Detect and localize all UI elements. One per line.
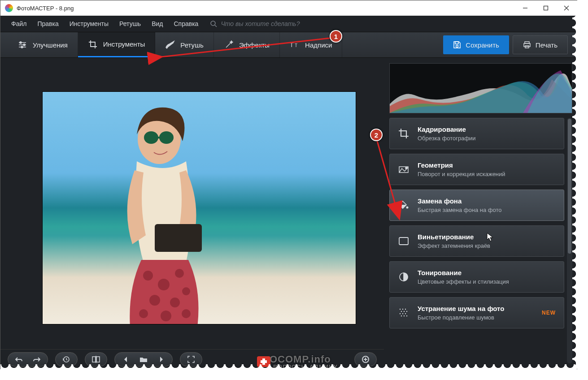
tool-list: Кадрирование Обрезка фотографии Геометри… (389, 118, 572, 363)
menu-tools[interactable]: Инструменты (65, 18, 113, 29)
content-area: Кадрирование Обрезка фотографии Геометри… (0, 58, 577, 369)
menubar: Файл Правка Инструменты Ретушь Вид Справ… (0, 16, 577, 32)
svg-line-5 (215, 25, 217, 27)
svg-point-4 (211, 21, 215, 26)
titlebar: ФотоМАСТЕР - 8.png (0, 0, 577, 16)
svg-rect-1 (544, 6, 548, 10)
tool-denoise[interactable]: Устранение шума на фото Быстрое подавлен… (389, 297, 564, 328)
tool-crop-title: Кадрирование (418, 125, 556, 133)
svg-point-30 (182, 287, 190, 295)
svg-rect-15 (455, 42, 458, 44)
svg-point-51 (404, 311, 405, 312)
tool-toning-sub: Цветовые эффекты и стилизация (418, 278, 556, 285)
print-label: Печать (536, 41, 558, 49)
history-button[interactable] (57, 353, 75, 366)
tool-geometry-title: Геометрия (418, 161, 556, 169)
menu-edit[interactable]: Правка (33, 18, 63, 29)
svg-point-22 (159, 131, 174, 144)
svg-point-31 (139, 309, 148, 318)
svg-point-56 (401, 315, 402, 316)
fit-screen-button[interactable] (182, 353, 200, 366)
app-body: Файл Правка Инструменты Ретушь Вид Справ… (0, 16, 577, 369)
menu-retouch[interactable]: Ретушь (115, 18, 145, 29)
print-icon (523, 41, 531, 49)
svg-point-11 (21, 46, 23, 48)
tab-enhance-label: Улучшения (33, 41, 68, 49)
tool-vignette-sub: Эффект затемнения краёв (418, 242, 556, 249)
redo-button[interactable] (28, 353, 46, 366)
svg-point-54 (402, 313, 403, 314)
svg-rect-23 (157, 137, 160, 138)
sliders-icon (17, 40, 27, 50)
title-left: ФотоМАСТЕР - 8.png (5, 4, 74, 12)
print-button[interactable]: Печать (513, 35, 568, 54)
zoom-in-button[interactable] (357, 353, 375, 366)
undo-button[interactable] (10, 353, 28, 366)
menu-help[interactable]: Справка (169, 18, 203, 29)
scroll-thumb[interactable] (568, 119, 571, 254)
search-input[interactable] (221, 20, 328, 27)
svg-point-49 (405, 309, 406, 310)
tool-replace-bg[interactable]: Замена фона Быстрая замена фона на фото (389, 190, 564, 221)
prev-file-button[interactable] (117, 353, 135, 366)
tool-geometry[interactable]: Геометрия Поворот и коррекция искажений (389, 154, 564, 185)
svg-point-58 (406, 315, 407, 316)
svg-point-57 (404, 315, 405, 316)
save-label: Сохранить (466, 41, 499, 49)
menu-file[interactable]: Файл (7, 18, 31, 29)
svg-rect-36 (96, 357, 100, 362)
tab-retouch[interactable]: Ретушь (155, 32, 214, 57)
svg-point-42 (405, 167, 407, 169)
maximize-button[interactable] (536, 0, 556, 16)
torn-edge-right (572, 0, 581, 369)
tool-scroll: Кадрирование Обрезка фотографии Геометри… (389, 118, 564, 363)
new-badge: NEW (542, 310, 556, 316)
svg-text:T: T (295, 43, 297, 48)
svg-point-55 (405, 313, 406, 314)
tab-tools[interactable]: Инструменты (78, 32, 156, 57)
torn-edge-bottom (0, 364, 577, 373)
tool-toning-title: Тонирование (418, 269, 556, 276)
tool-vignette[interactable]: Виньетирование Эффект затемнения краёв (389, 225, 564, 257)
search-icon (210, 20, 217, 27)
svg-point-50 (401, 311, 402, 312)
svg-point-29 (170, 298, 180, 307)
mouse-cursor-icon (487, 233, 495, 242)
tab-enhance[interactable]: Улучшения (8, 32, 78, 57)
search-box (210, 20, 328, 27)
svg-rect-63 (261, 360, 267, 363)
app-icon (5, 4, 13, 12)
svg-rect-24 (155, 224, 202, 252)
svg-line-12 (226, 42, 231, 48)
compare-button[interactable] (87, 353, 105, 366)
annotation-marker-2: 2 (370, 129, 383, 141)
window-title: ФотоМАСТЕР - 8.png (17, 5, 74, 12)
svg-point-10 (23, 44, 25, 46)
tool-toning[interactable]: Тонирование Цветовые эффекты и стилизаци… (389, 261, 564, 293)
histogram (389, 63, 572, 113)
canvas-area (0, 58, 384, 369)
crop-icon (398, 128, 409, 139)
text-icon: TT (290, 40, 300, 50)
svg-point-21 (144, 131, 158, 144)
svg-point-26 (158, 279, 170, 290)
wand-icon (224, 40, 234, 50)
tool-replacebg-title: Замена фона (418, 197, 556, 205)
menu-view[interactable]: Вид (147, 18, 167, 29)
tab-tools-label: Инструменты (103, 40, 145, 48)
svg-point-47 (400, 309, 401, 310)
photo-preview[interactable] (42, 91, 356, 324)
brush-icon (165, 40, 175, 50)
tab-effects[interactable]: Эффекты (214, 32, 280, 57)
next-file-button[interactable] (152, 353, 170, 366)
save-button[interactable]: Сохранить (443, 35, 509, 54)
save-icon (453, 41, 461, 49)
tool-crop-sub: Обрезка фотографии (418, 135, 556, 142)
tool-geometry-sub: Поворот и коррекция искажений (418, 171, 556, 177)
open-folder-button[interactable] (135, 353, 152, 366)
svg-rect-18 (524, 43, 530, 47)
toning-icon (398, 271, 409, 283)
minimize-button[interactable] (515, 0, 536, 16)
tool-crop[interactable]: Кадрирование Обрезка фотографии (389, 118, 564, 149)
tool-scrollbar[interactable] (567, 118, 572, 363)
